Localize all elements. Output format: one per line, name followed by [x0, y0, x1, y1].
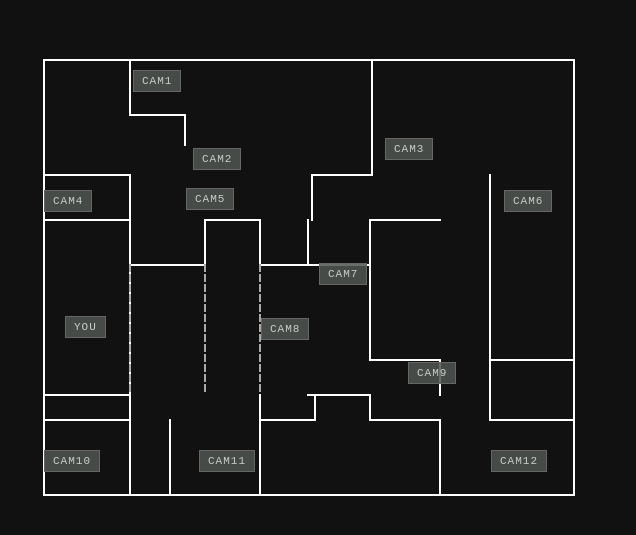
camera-label-cam9[interactable]: CAM9: [408, 362, 456, 384]
camera-label-you[interactable]: YOU: [65, 316, 106, 338]
camera-label-cam10[interactable]: CAM10: [44, 450, 100, 472]
camera-label-cam1[interactable]: CAM1: [133, 70, 181, 92]
camera-label-cam11[interactable]: CAM11: [199, 450, 255, 472]
camera-label-cam8[interactable]: CAM8: [261, 318, 309, 340]
camera-label-cam4[interactable]: CAM4: [44, 190, 92, 212]
map-container: CAM1CAM2CAM3CAM4CAM5CAM6CAM7CAM8CAM9CAM1…: [0, 0, 636, 535]
camera-label-cam7[interactable]: CAM7: [319, 263, 367, 285]
camera-label-cam5[interactable]: CAM5: [186, 188, 234, 210]
camera-label-cam3[interactable]: CAM3: [385, 138, 433, 160]
camera-label-cam12[interactable]: CAM12: [491, 450, 547, 472]
camera-label-cam2[interactable]: CAM2: [193, 148, 241, 170]
camera-label-cam6[interactable]: CAM6: [504, 190, 552, 212]
